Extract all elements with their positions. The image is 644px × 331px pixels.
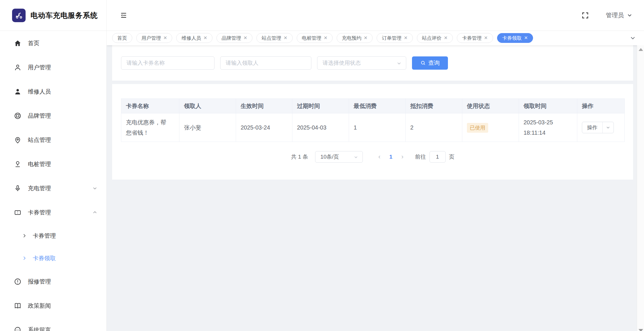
sidebar-item-coupon-management[interactable]: 卡券管理 (0, 200, 106, 225)
sidebar-item-system-messages[interactable]: 系统留言 (0, 318, 106, 331)
tab-coupon-management[interactable]: 卡券管理✕ (457, 33, 493, 43)
chevron-up-icon (92, 210, 98, 215)
chevron-down-icon (92, 185, 98, 191)
close-icon[interactable]: ✕ (244, 36, 247, 40)
table-row: 充电优惠券，帮您省钱！ 张小斐 2025-03-24 2025-04-03 1 … (121, 113, 625, 142)
goto-page-input[interactable] (430, 151, 446, 163)
status-badge: 已使用 (467, 123, 488, 133)
row-action-dropdown-button[interactable]: 操作 (582, 122, 614, 133)
tab-brand-management[interactable]: 品牌管理✕ (216, 33, 252, 43)
scroll-down-arrow-icon[interactable] (639, 329, 643, 331)
search-icon (420, 60, 426, 66)
tab-charging-reservation[interactable]: 充电预约✕ (337, 33, 373, 43)
chevron-down-icon (627, 12, 632, 18)
close-icon[interactable]: ✕ (203, 36, 207, 40)
cell-deduction: 2 (406, 113, 462, 142)
column-header-effective-date: 生效时间 (236, 99, 292, 113)
tab-station-review[interactable]: 站点评价✕ (417, 33, 453, 43)
topbar: 管理员 (107, 0, 644, 31)
chevron-right-icon (22, 256, 27, 261)
microphone-icon (14, 184, 22, 192)
column-header-received-time: 领取时间 (519, 99, 577, 113)
chevron-down-icon[interactable] (603, 122, 614, 133)
close-icon[interactable]: ✕ (163, 36, 167, 40)
recipient-input[interactable] (220, 56, 311, 70)
sidebar-subitem-coupon-management[interactable]: 卡券管理 (0, 225, 106, 247)
close-icon[interactable]: ✕ (404, 36, 407, 40)
coupon-table-panel: 卡券名称 领取人 生效时间 过期时间 最低消费 抵扣消费 使用状态 领取时间 操… (112, 84, 633, 180)
sidebar-item-home[interactable]: 首页 (0, 31, 106, 55)
sidebar-fold-icon[interactable] (120, 12, 127, 19)
tab-home[interactable]: 首页 (112, 33, 132, 43)
cell-actions: 操作 (577, 113, 625, 142)
vertical-scrollbar[interactable] (637, 45, 644, 331)
close-icon[interactable]: ✕ (364, 36, 367, 40)
home-icon (14, 39, 22, 47)
cell-coupon-name: 充电优惠券，帮您省钱！ (121, 113, 179, 142)
close-icon[interactable]: ✕ (524, 36, 528, 40)
sidebar-item-station-management[interactable]: 站点管理 (0, 128, 106, 152)
tab-coupon-receive[interactable]: 卡券领取✕ (497, 33, 533, 43)
user-icon (14, 64, 22, 71)
next-page-button[interactable]: › (397, 153, 408, 161)
page-size-select[interactable]: 10条/页 (315, 151, 363, 163)
chevron-right-icon (22, 233, 27, 238)
page-unit-label: 页 (449, 153, 455, 161)
goto-label: 前往 (415, 153, 426, 161)
prev-page-button[interactable]: ‹ (374, 153, 385, 161)
content-area: 查询 卡券名称 领取人 生效时间 过期时间 最低消费 (107, 45, 644, 331)
warning-circle-icon (14, 278, 22, 286)
close-icon[interactable]: ✕ (283, 36, 287, 40)
column-header-deduction: 抵扣消费 (406, 99, 462, 113)
user-filled-icon (14, 88, 22, 96)
cell-expire-date: 2025-04-03 (292, 113, 349, 142)
column-header-coupon-name: 卡券名称 (121, 99, 179, 113)
coupon-table: 卡券名称 领取人 生效时间 过期时间 最低消费 抵扣消费 使用状态 领取时间 操… (121, 98, 625, 142)
column-header-min-spend: 最低消费 (349, 99, 406, 113)
cell-received-time: 2025-03-25 18:11:14 (519, 113, 577, 142)
search-button[interactable]: 查询 (412, 56, 448, 70)
tab-station-management[interactable]: 站点管理✕ (256, 33, 292, 43)
sidebar: 电动车充电服务系统 首页 用户管理 维修人员 (0, 0, 107, 331)
status-select[interactable] (317, 56, 406, 70)
coupon-name-input[interactable] (121, 56, 214, 70)
cell-status: 已使用 (462, 113, 519, 142)
scroll-up-arrow-icon[interactable] (639, 48, 643, 51)
scooter-logo-icon (12, 9, 26, 22)
charging-pile-icon (14, 160, 22, 168)
sidebar-item-pile-management[interactable]: 电桩管理 (0, 152, 106, 176)
open-book-icon (14, 302, 22, 310)
ticket-icon (14, 209, 22, 216)
column-header-actions: 操作 (577, 99, 625, 113)
app-title: 电动车充电服务系统 (30, 11, 98, 20)
status-select-value[interactable] (317, 56, 406, 70)
cell-recipient: 张小斐 (179, 113, 236, 142)
sidebar-item-repair-management[interactable]: 报修管理 (0, 269, 106, 294)
pagination: 共 1 条 10条/页 ‹ 1 › 前往 页 (121, 151, 624, 163)
filter-panel: 查询 (112, 45, 633, 81)
sidebar-item-charging-management[interactable]: 充电管理 (0, 176, 106, 200)
brand-icon (14, 112, 22, 120)
tab-overflow-chevron-icon[interactable] (627, 31, 636, 45)
sidebar-item-user-management[interactable]: 用户管理 (0, 55, 106, 79)
tab-order-management[interactable]: 订单管理✕ (377, 33, 413, 43)
fullscreen-icon[interactable] (581, 12, 589, 19)
tab-bar: 首页 用户管理✕ 维修人员✕ 品牌管理✕ 站点管理✕ 电桩管理✕ 充电预约✕ 订… (107, 31, 644, 45)
column-header-recipient: 领取人 (179, 99, 236, 113)
table-header-row: 卡券名称 领取人 生效时间 过期时间 最低消费 抵扣消费 使用状态 领取时间 操… (121, 99, 625, 113)
current-page[interactable]: 1 (385, 154, 397, 160)
close-icon[interactable]: ✕ (444, 36, 448, 40)
close-icon[interactable]: ✕ (324, 36, 327, 40)
tab-user-management[interactable]: 用户管理✕ (136, 33, 172, 43)
sidebar-item-brand-management[interactable]: 品牌管理 (0, 104, 106, 128)
cell-effective-date: 2025-03-24 (236, 113, 292, 142)
sidebar-subitem-coupon-receive[interactable]: 卡券领取 (0, 247, 106, 269)
tab-maintenance-staff[interactable]: 维修人员✕ (176, 33, 212, 43)
close-icon[interactable]: ✕ (484, 36, 488, 40)
sidebar-item-maintenance-staff[interactable]: 维修人员 (0, 79, 106, 104)
app-logo: 电动车充电服务系统 (0, 0, 106, 31)
tab-pile-management[interactable]: 电桩管理✕ (297, 33, 333, 43)
cell-min-spend: 1 (349, 113, 406, 142)
sidebar-item-policy-news[interactable]: 政策新闻 (0, 294, 106, 318)
admin-dropdown[interactable]: 管理员 (606, 11, 632, 19)
